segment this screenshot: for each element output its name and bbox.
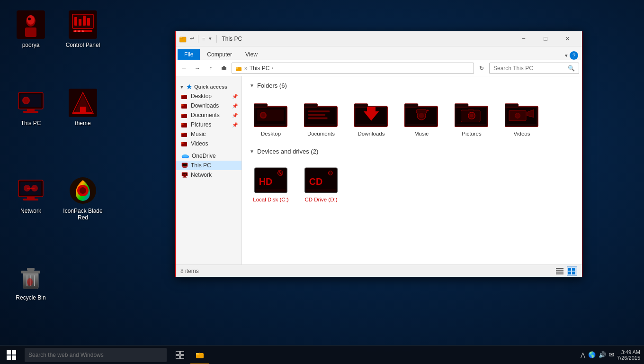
svg-rect-146 (12, 355, 16, 360)
svg-point-105 (419, 113, 424, 118)
sidebar-item-network[interactable]: Network (176, 170, 242, 180)
desktop-icon-network[interactable]: Network (9, 175, 52, 214)
chevron-up-icon[interactable]: ⋀ (581, 352, 585, 358)
folder-documents-label: Documents (307, 131, 335, 136)
svg-point-69 (182, 155, 188, 157)
details-view-button[interactable] (555, 266, 565, 276)
window-controls: − □ ✕ (513, 31, 578, 46)
desktop-folder-icon (181, 93, 188, 99)
folder-pictures[interactable]: Pictures (450, 95, 493, 138)
svg-rect-116 (468, 109, 474, 111)
undo-btn[interactable]: ↩ (190, 36, 194, 42)
folders-section-header[interactable]: ▼ Folders (6) (250, 82, 574, 89)
folder-music-label: Music (414, 131, 429, 136)
svg-rect-148 (180, 351, 184, 355)
start-button[interactable] (0, 346, 23, 364)
ribbon-up-arrow[interactable]: ▾ (565, 53, 568, 59)
down-arrow-btn[interactable]: ▾ (209, 36, 212, 42)
status-bar: 8 items (176, 264, 582, 277)
folder-pictures-icon (453, 97, 491, 130)
svg-rect-11 (87, 18, 90, 26)
folder-videos[interactable]: Videos (501, 95, 543, 138)
svg-point-108 (427, 109, 429, 111)
sidebar-item-documents[interactable]: Documents 📌 (176, 110, 242, 120)
explorer-icon (179, 35, 187, 43)
desktop-icon-thispc[interactable]: This PC (9, 88, 52, 127)
drive-c[interactable]: HD Local Disk (C:) (250, 161, 292, 204)
desktop-icon-poorya[interactable]: poorya (9, 9, 52, 48)
desktop-icon-recyclebin[interactable]: Recycle Bin (9, 262, 52, 301)
drives-section-header[interactable]: ▼ Devices and drives (2) (250, 148, 574, 155)
sidebar-section-quickaccess[interactable]: ▼ ★ Quick access (176, 80, 242, 91)
folder-desktop-label: Desktop (261, 131, 281, 136)
drive-d[interactable]: CD CD Drive (D:) (300, 161, 342, 204)
sidebar-item-onedrive[interactable]: OneDrive (176, 151, 242, 161)
search-box[interactable]: 🔍 (489, 63, 579, 74)
clock[interactable]: 3:49 AM 7/26/2015 (617, 349, 640, 361)
svg-rect-90 (304, 104, 318, 107)
folder-desktop[interactable]: Desktop (250, 95, 292, 138)
folder-music[interactable]: Music (400, 95, 443, 138)
svg-rect-92 (308, 110, 330, 112)
search-input[interactable] (493, 65, 568, 72)
sidebar-item-videos[interactable]: Videos (176, 139, 242, 148)
svg-rect-139 (568, 268, 571, 271)
svg-point-115 (470, 114, 473, 117)
drives-collapse-arrow: ▼ (250, 149, 254, 154)
poorya-icon (16, 9, 46, 40)
tab-computer[interactable]: Computer (201, 49, 238, 60)
taskbar-right-area: ⋀ 🌎 🔊 ✉ 3:49 AM 7/26/2015 (581, 349, 644, 361)
close-button[interactable]: ✕ (556, 31, 578, 46)
help-button[interactable]: ? (570, 51, 578, 60)
notification-icon[interactable]: ✉ (609, 351, 614, 358)
file-explorer-taskbar-button[interactable] (190, 346, 209, 364)
forward-button[interactable]: → (192, 63, 203, 74)
svg-rect-97 (354, 104, 368, 107)
desktop-icon-theme[interactable]: theme (62, 88, 104, 127)
clock-time: 3:49 AM (621, 349, 640, 355)
music-folder-icon (181, 131, 188, 137)
refresh-button[interactable]: ↻ (476, 63, 487, 74)
svg-point-133 (328, 171, 332, 175)
folder-downloads[interactable]: Downloads (350, 95, 393, 138)
sidebar-item-pictures[interactable]: Pictures 📌 (176, 120, 242, 129)
folder-documents[interactable]: Documents (300, 95, 342, 138)
desktop-icon-iconpack[interactable]: IconPack Blade Red (62, 175, 104, 221)
controlpanel-label: Control Panel (66, 42, 100, 48)
svg-rect-143 (7, 350, 11, 355)
svg-rect-119 (505, 104, 519, 107)
large-icons-view-button[interactable] (567, 266, 577, 276)
properties-btn[interactable]: ≡ (202, 36, 205, 42)
up-button[interactable]: ↑ (205, 63, 216, 74)
svg-rect-149 (176, 355, 179, 359)
theme-label: theme (75, 120, 90, 127)
maximize-button[interactable]: □ (535, 31, 556, 46)
address-bar: ← → ↑ » This PC › ↻ 🔍 (176, 60, 582, 76)
title-bar: ↩ ≡ ▾ This PC − □ ✕ (176, 31, 582, 46)
sidebar-item-music[interactable]: Music (176, 129, 242, 139)
svg-point-15 (82, 30, 84, 32)
sidebar-item-desktop[interactable]: Desktop 📌 (176, 91, 242, 101)
svg-rect-83 (254, 104, 268, 107)
tab-view[interactable]: View (239, 49, 264, 60)
sidebar-videos-label: Videos (191, 140, 208, 147)
svg-rect-147 (176, 351, 179, 355)
controlpanel-icon (68, 9, 98, 40)
back-button[interactable]: ← (179, 63, 190, 74)
drives-grid: HD Local Disk (C:) (250, 161, 574, 204)
sidebar-item-thispc[interactable]: This PC (176, 161, 242, 170)
taskbar: ⋀ 🌎 🔊 ✉ 3:49 AM 7/26/2015 (0, 345, 644, 364)
volume-icon[interactable]: 🔊 (599, 351, 606, 358)
desktop-icon-controlpanel[interactable]: Control Panel (62, 9, 104, 48)
recent-button[interactable] (218, 63, 230, 74)
task-view-button[interactable] (170, 346, 189, 364)
minimize-button[interactable]: − (513, 31, 535, 46)
tab-file[interactable]: File (178, 49, 200, 60)
svg-point-44 (27, 278, 33, 286)
separator2 (216, 35, 217, 43)
taskbar-search-input[interactable] (25, 348, 167, 362)
address-path[interactable]: » This PC › (232, 63, 474, 74)
folders-collapse-arrow: ▼ (250, 83, 254, 88)
sidebar-item-downloads[interactable]: Downloads 📌 (176, 101, 242, 110)
network-tray-icon[interactable]: 🌎 (588, 351, 596, 358)
